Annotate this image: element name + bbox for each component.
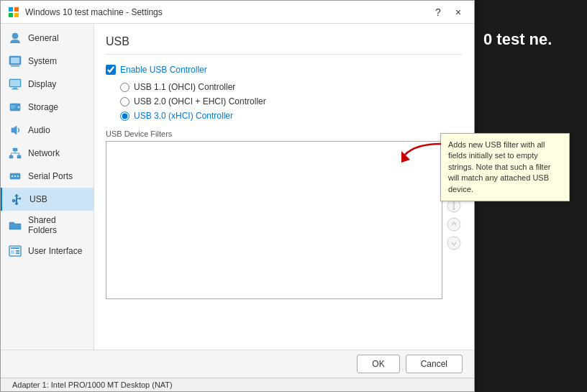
tooltip: Adds new USB filter with all fields init… (440, 133, 570, 201)
sidebar-item-storage[interactable]: Storage (1, 96, 94, 119)
section-title: USB (106, 35, 463, 55)
svg-rect-36 (16, 252, 19, 254)
bottom-bar: OK Cancel (1, 350, 474, 378)
tooltip-arrow (401, 140, 445, 171)
sidebar-item-storage-label: Storage (28, 102, 58, 112)
sidebar-item-display[interactable]: Display (1, 73, 94, 96)
filters-label: USB Device Filters (106, 129, 463, 138)
svg-rect-28 (19, 198, 21, 200)
svg-rect-35 (16, 250, 19, 252)
usb30-label[interactable]: USB 3.0 (xHCI) Controller (134, 111, 233, 121)
display-icon (8, 77, 22, 91)
app-icon (8, 6, 19, 18)
close-button[interactable]: × (450, 5, 467, 19)
sidebar-item-audio-label: Audio (28, 125, 50, 135)
svg-rect-33 (11, 247, 19, 249)
svg-rect-16 (13, 148, 17, 151)
usb30-radio[interactable] (120, 111, 129, 121)
main-panel: USB Enable USB Controller USB 1.1 (OHCI)… (94, 24, 474, 350)
svg-rect-0 (9, 7, 13, 12)
sidebar-item-serial-ports[interactable]: Serial Ports (1, 165, 94, 188)
usb11-radio[interactable] (120, 83, 129, 92)
svg-rect-6 (11, 65, 19, 67)
svg-point-31 (15, 202, 18, 205)
svg-rect-10 (13, 88, 17, 89)
serial-ports-icon (8, 169, 22, 183)
move-down-button[interactable] (445, 234, 463, 252)
help-button[interactable]: ? (429, 5, 447, 19)
title-bar: Windows 10 test machine - Settings ? × (1, 1, 474, 24)
svg-point-24 (12, 176, 13, 177)
network-icon (8, 146, 22, 160)
usb20-label[interactable]: USB 2.0 (OHCI + EHCI) Controller (134, 96, 266, 106)
svg-point-26 (17, 176, 19, 177)
svg-point-4 (12, 33, 18, 39)
cancel-button[interactable]: Cancel (406, 355, 463, 373)
audio-icon (8, 123, 22, 137)
filters-list[interactable] (106, 141, 442, 299)
svg-point-13 (17, 106, 20, 109)
sidebar-item-network-label: Network (28, 148, 60, 158)
enable-usb-checkbox[interactable] (106, 65, 116, 75)
sidebar-item-user-interface[interactable]: User Interface (1, 240, 94, 263)
sidebar: General System (1, 24, 94, 350)
svg-point-25 (14, 176, 16, 177)
general-icon (8, 31, 22, 45)
sidebar-item-general-label: General (28, 33, 59, 43)
status-bar: Adapter 1: Intel PRO/1000 MT Desktop (NA… (1, 378, 474, 391)
enable-usb-label[interactable]: Enable USB Controller (120, 65, 207, 75)
sidebar-item-general[interactable]: General (1, 27, 94, 50)
user-interface-icon (8, 244, 22, 258)
window-title: Windows 10 test machine - Settings (25, 7, 163, 17)
bg-window-text: 0 test ne. (473, 0, 587, 80)
svg-rect-14 (11, 106, 16, 106)
sidebar-item-network[interactable]: Network (1, 142, 94, 165)
ok-button[interactable]: OK (357, 355, 399, 373)
svg-rect-11 (12, 89, 19, 90)
title-bar-controls: ? × (429, 5, 467, 19)
svg-rect-1 (14, 7, 19, 12)
sidebar-item-user-interface-label: User Interface (28, 246, 82, 256)
svg-rect-15 (11, 108, 14, 109)
sidebar-item-system-label: System (28, 56, 57, 66)
svg-rect-9 (10, 80, 20, 86)
content-area: General System (1, 24, 474, 350)
sidebar-item-audio[interactable]: Audio (1, 119, 94, 142)
usb-version-group: USB 1.1 (OHCI) Controller USB 2.0 (OHCI … (120, 82, 463, 121)
svg-rect-3 (14, 13, 19, 17)
usb20-row: USB 2.0 (OHCI + EHCI) Controller (120, 96, 463, 106)
sidebar-item-usb-label: USB (29, 194, 47, 204)
sidebar-item-shared-folders[interactable]: Shared Folders (1, 211, 94, 240)
shared-folders-icon (8, 218, 22, 232)
storage-icon (8, 100, 22, 114)
usb11-row: USB 1.1 (OHCI) Controller (120, 82, 463, 92)
usb30-row: USB 3.0 (xHCI) Controller (120, 111, 463, 121)
svg-point-56 (453, 208, 455, 210)
usb11-label[interactable]: USB 1.1 (OHCI) Controller (134, 82, 235, 92)
svg-rect-7 (11, 58, 19, 63)
usb-icon (9, 192, 24, 206)
sidebar-item-display-label: Display (28, 79, 56, 89)
sidebar-item-shared-folders-label: Shared Folders (28, 215, 86, 235)
enable-usb-row: Enable USB Controller (106, 65, 463, 75)
svg-rect-2 (9, 13, 13, 17)
svg-rect-34 (11, 250, 14, 254)
main-window: Windows 10 test machine - Settings ? × G… (0, 0, 475, 392)
tooltip-text: Adds new USB filter with all fields init… (448, 140, 550, 193)
svg-point-58 (447, 237, 460, 250)
sidebar-item-system[interactable]: System (1, 50, 94, 73)
svg-rect-17 (9, 155, 13, 158)
system-icon (8, 54, 22, 68)
sidebar-item-usb[interactable]: USB (1, 188, 94, 211)
svg-point-57 (447, 218, 460, 231)
sidebar-item-serial-ports-label: Serial Ports (28, 171, 73, 181)
usb20-radio[interactable] (120, 97, 129, 106)
svg-rect-18 (17, 155, 21, 158)
status-text: Adapter 1: Intel PRO/1000 MT Desktop (NA… (12, 380, 173, 389)
title-bar-left: Windows 10 test machine - Settings (8, 6, 163, 18)
move-up-button[interactable] (445, 216, 463, 233)
